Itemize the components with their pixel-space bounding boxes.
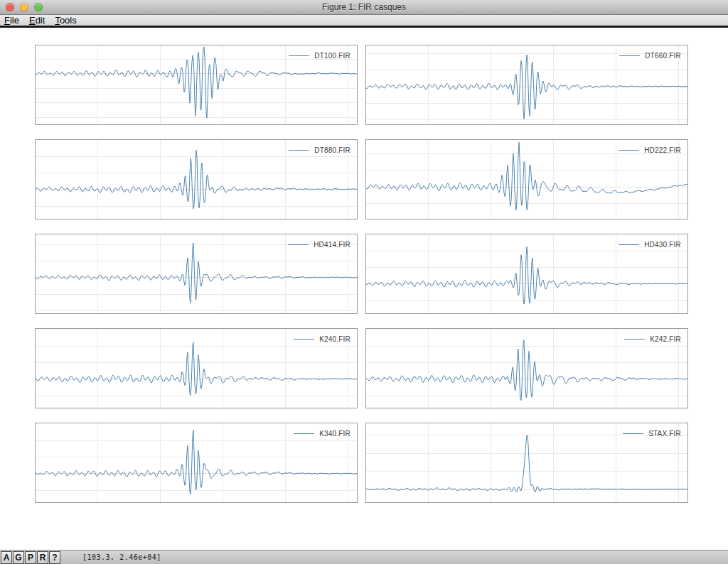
legend-label: STAX.FIR bbox=[648, 430, 681, 438]
menu-file[interactable]: File bbox=[4, 15, 19, 26]
legend: K340.FIR bbox=[294, 430, 350, 438]
close-button[interactable] bbox=[6, 3, 14, 11]
legend-line-sample bbox=[623, 433, 643, 434]
grid-button[interactable]: G bbox=[13, 551, 24, 564]
autoscale-button[interactable]: A bbox=[1, 551, 12, 564]
subplot-hd414[interactable]: HD414.FIR bbox=[35, 234, 358, 314]
legend-label: K242.FIR bbox=[650, 335, 681, 343]
cursor-coordinates: [103.3, 2.46e+04] bbox=[82, 553, 161, 561]
subplot-hd222[interactable]: HD222.FIR bbox=[365, 139, 688, 219]
legend-line-sample bbox=[619, 150, 639, 151]
replot-button[interactable]: R bbox=[37, 551, 48, 564]
subplot-stax[interactable]: STAX.FIR bbox=[365, 423, 688, 503]
legend-line-sample bbox=[294, 433, 314, 434]
legend-label: HD222.FIR bbox=[644, 146, 681, 154]
legend-label: HD414.FIR bbox=[314, 241, 350, 249]
legend: STAX.FIR bbox=[623, 430, 681, 438]
figure-canvas: DT100.FIR DT660.FIR DT880.FIR HD222.FIR bbox=[0, 28, 728, 550]
window-title: Figure 1: FIR casques bbox=[322, 2, 406, 12]
legend: HD430.FIR bbox=[619, 241, 681, 249]
legend-line-sample bbox=[624, 339, 645, 340]
subplot-k240[interactable]: K240.FIR bbox=[35, 328, 358, 408]
legend-label: K240.FIR bbox=[319, 335, 350, 343]
minimize-button[interactable] bbox=[20, 3, 28, 11]
legend-label: DT100.FIR bbox=[314, 52, 350, 60]
legend: DT660.FIR bbox=[619, 52, 681, 60]
toolbar-buttons: A G P R ? bbox=[1, 551, 61, 564]
menubar: File Edit Tools bbox=[0, 15, 728, 26]
subplot-k242[interactable]: K242.FIR bbox=[365, 328, 688, 408]
menu-tools[interactable]: Tools bbox=[55, 15, 76, 26]
legend-line-sample bbox=[619, 244, 639, 245]
legend-line-sample bbox=[619, 55, 640, 56]
menu-edit[interactable]: Edit bbox=[29, 15, 45, 26]
window-titlebar[interactable]: Figure 1: FIR casques bbox=[0, 0, 728, 15]
legend-label: K340.FIR bbox=[319, 430, 350, 438]
legend-label: DT880.FIR bbox=[314, 146, 350, 154]
plot-grid: DT100.FIR DT660.FIR DT880.FIR HD222.FIR bbox=[35, 45, 688, 503]
legend: K242.FIR bbox=[624, 335, 681, 343]
legend: DT880.FIR bbox=[289, 146, 350, 154]
legend-label: HD430.FIR bbox=[644, 241, 681, 249]
legend: HD414.FIR bbox=[288, 241, 350, 249]
legend: K240.FIR bbox=[294, 335, 350, 343]
help-button[interactable]: ? bbox=[49, 551, 60, 564]
zoom-button[interactable] bbox=[34, 3, 43, 11]
legend-label: DT660.FIR bbox=[645, 52, 681, 60]
subplot-dt660[interactable]: DT660.FIR bbox=[365, 45, 688, 125]
legend: DT100.FIR bbox=[289, 52, 350, 60]
subplot-k340[interactable]: K340.FIR bbox=[35, 423, 358, 503]
legend: HD222.FIR bbox=[619, 146, 681, 154]
subplot-dt880[interactable]: DT880.FIR bbox=[35, 139, 358, 219]
legend-line-sample bbox=[289, 150, 309, 151]
print-button[interactable]: P bbox=[25, 551, 36, 564]
legend-line-sample bbox=[288, 244, 309, 245]
legend-line-sample bbox=[289, 55, 309, 56]
statusbar: A G P R ? [103.3, 2.46e+04] bbox=[0, 550, 728, 564]
subplot-dt100[interactable]: DT100.FIR bbox=[35, 45, 358, 125]
subplot-hd430[interactable]: HD430.FIR bbox=[365, 234, 688, 314]
legend-line-sample bbox=[294, 339, 314, 340]
